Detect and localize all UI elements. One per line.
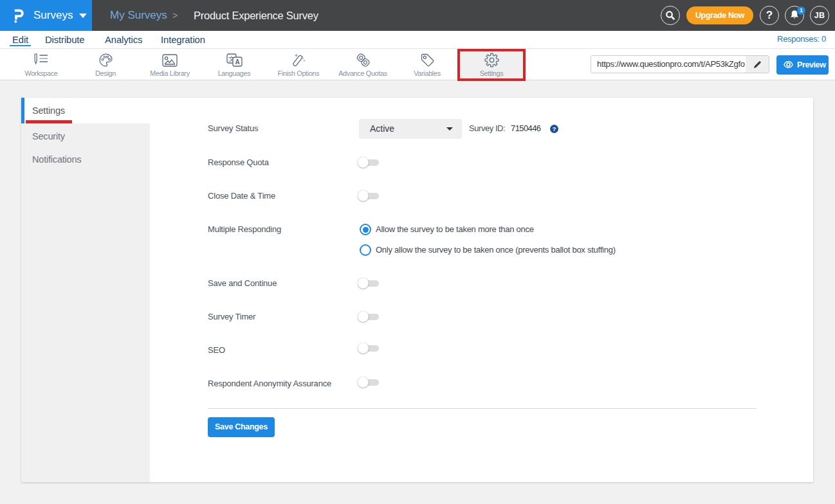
svg-text:A: A [235,59,239,66]
